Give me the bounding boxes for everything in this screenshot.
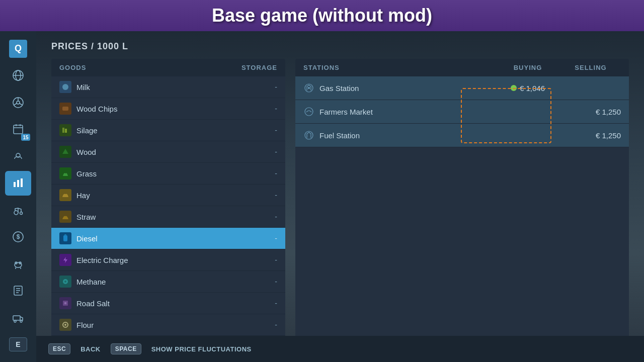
goods-row-milk[interactable]: Milk - <box>51 76 285 98</box>
straw-icon <box>59 211 71 223</box>
sidebar-item-q[interactable]: Q <box>5 36 31 61</box>
svg-rect-36 <box>63 235 67 241</box>
electric-charge-name: Electric Charge <box>76 256 275 264</box>
sidebar: Q 15 <box>0 31 36 362</box>
cow-icon <box>12 258 24 270</box>
space-key: SPACE <box>111 343 141 354</box>
svg-point-30 <box>14 320 16 322</box>
show-fluctuations-label[interactable]: SHOW PRICE FLUCTUATIONS <box>151 345 252 353</box>
stations-header-label: STATIONS <box>303 64 495 71</box>
svg-line-7 <box>20 103 23 105</box>
sidebar-item-money[interactable]: $ <box>5 225 31 250</box>
goods-panel-header: GOODS STORAGE <box>51 59 285 76</box>
goods-header-label: GOODS <box>59 64 242 71</box>
sidebar-item-calendar[interactable]: 15 <box>5 117 31 142</box>
goods-row-road-salt[interactable]: Road Salt - <box>51 293 285 314</box>
sidebar-item-wheel[interactable] <box>5 90 31 115</box>
goods-row-grass[interactable]: Grass - <box>51 163 285 185</box>
grass-storage: - <box>275 169 277 177</box>
electric-charge-icon <box>59 254 71 266</box>
goods-row-electric-charge[interactable]: Electric Charge - <box>51 249 285 271</box>
sidebar-item-chart[interactable] <box>5 171 31 196</box>
sidebar-item-globe[interactable] <box>5 63 31 88</box>
sidebar-item-e[interactable]: E <box>5 332 31 357</box>
goods-panel: GOODS STORAGE Milk - Wood Chips - <box>51 59 285 340</box>
wood-chips-icon <box>59 103 71 115</box>
wood-chips-name: Wood Chips <box>76 105 275 113</box>
stations-list[interactable]: Gas Station € 1,046 Farmers Market <box>295 76 629 340</box>
wood-icon <box>59 146 71 158</box>
sidebar-item-weather[interactable] <box>5 144 31 169</box>
buying-dot <box>511 85 517 91</box>
station-row-farmers-market[interactable]: Farmers Market € 1,250 <box>295 100 629 124</box>
svg-point-48 <box>305 108 313 116</box>
svg-rect-34 <box>62 128 64 133</box>
wood-chips-storage: - <box>275 105 277 113</box>
sidebar-item-tractor[interactable] <box>5 198 31 223</box>
goods-row-diesel[interactable]: Diesel - <box>51 228 285 249</box>
goods-row-wood[interactable]: Wood - <box>51 141 285 163</box>
flour-storage: - <box>275 321 277 329</box>
buying-header-label: BUYING <box>495 64 560 71</box>
straw-name: Straw <box>76 213 275 221</box>
farmers-market-icon <box>303 106 314 117</box>
svg-rect-13 <box>14 182 16 187</box>
svg-text:$: $ <box>17 233 20 240</box>
diesel-name: Diesel <box>76 234 275 243</box>
road-salt-icon <box>59 297 71 309</box>
sidebar-item-notes[interactable] <box>5 279 31 304</box>
farmers-market-name: Farmers Market <box>319 108 495 116</box>
goods-row-silage[interactable]: Silage - <box>51 120 285 141</box>
chart-icon <box>12 177 24 189</box>
top-banner: Base game (without mod) <box>0 0 644 31</box>
grass-icon <box>59 167 71 179</box>
goods-row-straw[interactable]: Straw - <box>51 206 285 228</box>
svg-rect-33 <box>62 107 68 111</box>
hay-storage: - <box>275 191 277 199</box>
svg-point-47 <box>308 87 310 89</box>
goods-list[interactable]: Milk - Wood Chips - Silage - <box>51 76 285 340</box>
milk-storage: - <box>275 83 277 91</box>
esc-key: ESC <box>48 343 70 354</box>
notes-icon <box>12 285 24 297</box>
svg-rect-14 <box>17 180 19 187</box>
methane-icon <box>59 276 71 288</box>
svg-point-16 <box>14 211 18 215</box>
back-label[interactable]: BACK <box>80 345 101 353</box>
stations-panel-header: STATIONS BUYING SELLING <box>295 59 629 76</box>
globe-icon <box>12 69 24 81</box>
svg-point-4 <box>17 101 20 104</box>
svg-point-31 <box>20 320 22 322</box>
station-row-gas-station[interactable]: Gas Station € 1,046 <box>295 76 629 100</box>
goods-row-hay[interactable]: Hay - <box>51 185 285 206</box>
hay-name: Hay <box>76 191 275 200</box>
bottom-bar: ESC BACK SPACE SHOW PRICE FLUCTUATIONS <box>36 336 644 362</box>
svg-rect-35 <box>65 129 67 133</box>
stations-panel: STATIONS BUYING SELLING Gas Station <box>295 59 629 340</box>
milk-icon <box>59 81 71 93</box>
tractor-icon <box>12 204 24 216</box>
svg-point-20 <box>15 262 22 267</box>
svg-point-32 <box>62 84 68 90</box>
milk-name: Milk <box>76 83 275 92</box>
station-row-fuel-station[interactable]: Fuel Station € 1,250 <box>295 124 629 147</box>
goods-row-wood-chips[interactable]: Wood Chips - <box>51 98 285 120</box>
svg-rect-29 <box>13 316 20 320</box>
diesel-storage: - <box>275 234 277 242</box>
diesel-icon <box>59 232 71 244</box>
sidebar-item-cow[interactable] <box>5 251 31 277</box>
goods-row-methane[interactable]: Methane - <box>51 271 285 293</box>
svg-rect-41 <box>64 302 66 304</box>
svg-rect-37 <box>64 234 66 236</box>
fuel-station-icon <box>303 130 314 141</box>
goods-row-flour[interactable]: Flour - <box>51 314 285 336</box>
banner-title: Base game (without mod) <box>212 5 432 26</box>
calendar-badge: 15 <box>21 134 30 141</box>
methane-name: Methane <box>76 278 275 286</box>
transport-icon <box>12 312 24 324</box>
svg-line-6 <box>14 103 17 105</box>
road-salt-storage: - <box>275 299 277 307</box>
gas-station-buying: € 1,046 <box>495 84 560 93</box>
sidebar-item-transport[interactable] <box>5 305 31 330</box>
electric-charge-storage: - <box>275 256 277 264</box>
